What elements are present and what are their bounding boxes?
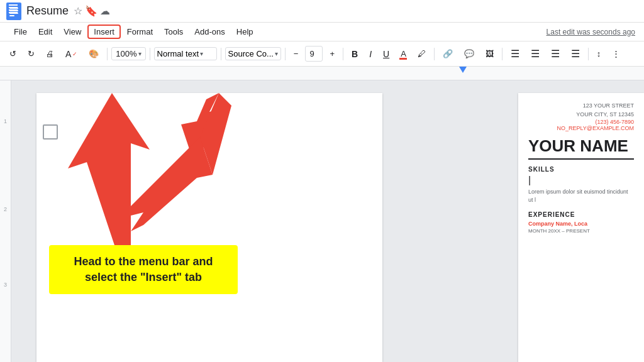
resume-skills-title: SKILLS (528, 166, 634, 173)
font-size-value[interactable]: 9 (305, 46, 323, 62)
print-button[interactable]: 🖨 (42, 46, 58, 62)
sep5 (343, 48, 343, 60)
resume-phone: (123) 456-7890 (528, 119, 634, 125)
resume-preview: 123 YOUR STREET YOUR CITY, ST 12345 (123… (518, 93, 644, 362)
link-button[interactable]: 🔗 (438, 46, 457, 62)
sep2 (150, 48, 150, 60)
svg-rect-4 (9, 15, 14, 16)
menu-format[interactable]: Format (122, 26, 158, 38)
font-size-increase-button[interactable]: + (325, 46, 339, 62)
sep8 (588, 48, 589, 60)
sep4 (285, 48, 286, 60)
resume-name: YOUR NAME (528, 136, 634, 156)
toolbar: ↺ ↻ 🖨 A✓ 🎨 100% ▾ Normal text ▾ Source C… (0, 41, 644, 67)
margin-icon (43, 124, 58, 140)
resume-experience-title: EXPERIENCE (528, 211, 634, 218)
menu-insert[interactable]: Insert (87, 25, 121, 39)
sep6 (434, 48, 435, 60)
highlight-button[interactable]: 🖊 (413, 46, 430, 62)
doc-icon (6, 3, 21, 20)
doc-area: Head to the menu bar and select the "Ins… (11, 80, 512, 362)
font-size-decrease-button[interactable]: − (289, 46, 303, 62)
resume-date-range: MONTH 20XX – PRESENT (528, 228, 634, 234)
page-num-3: 3 (4, 282, 7, 288)
font-color-button[interactable]: A (396, 46, 411, 62)
star-icon[interactable]: ☆ (74, 5, 82, 17)
zoom-chevron: ▾ (138, 50, 142, 57)
main-area: 1 2 3 (0, 80, 644, 362)
title-bar: Resume ☆ 🔖 ☁ (0, 0, 644, 23)
doc-page (36, 93, 382, 362)
comment-button[interactable]: 💬 (460, 46, 479, 62)
menu-help[interactable]: Help (231, 26, 258, 38)
undo-button[interactable]: ↺ (5, 46, 21, 62)
resume-address1: 123 YOUR STREET (528, 102, 634, 111)
menu-tools[interactable]: Tools (159, 26, 188, 38)
style-value: Normal text (157, 49, 199, 58)
menu-edit[interactable]: Edit (33, 26, 57, 38)
zoom-value: 100% (116, 49, 136, 58)
resume-company-name: Company Name, Loca (528, 221, 634, 227)
font-selector[interactable]: Source Co... ▾ (225, 47, 281, 60)
menu-file[interactable]: File (9, 26, 32, 38)
redo-button[interactable]: ↻ (23, 46, 39, 62)
paint-format-button[interactable]: 🎨 (84, 46, 103, 62)
resume-cursor: | (528, 175, 634, 185)
page-num-1: 1 (4, 118, 7, 124)
resume-skills-body: Lorem ipsum dolor sit euismod tincidunt … (528, 188, 634, 204)
zoom-selector[interactable]: 100% ▾ (111, 47, 145, 60)
image-button[interactable]: 🖼 (481, 46, 498, 62)
font-chevron: ▾ (275, 50, 278, 57)
bold-button[interactable]: B (347, 46, 362, 62)
menu-addons[interactable]: Add-ons (189, 26, 230, 38)
cloud-icon: ☁ (100, 5, 110, 17)
menu-view[interactable]: View (58, 26, 86, 38)
menu-bar: File Edit View Insert Format Tools Add-o… (0, 23, 644, 41)
ruler-marker (459, 67, 467, 73)
align-center-button[interactable]: ☰ (526, 45, 544, 63)
font-value: Source Co... (228, 49, 274, 58)
page-num-2: 2 (4, 206, 7, 212)
align-right-button[interactable]: ☰ (547, 45, 564, 63)
svg-rect-3 (9, 13, 18, 14)
style-chevron: ▾ (200, 50, 203, 57)
more-button[interactable]: ⋮ (608, 46, 625, 62)
align-justify-button[interactable]: ☰ (567, 45, 584, 63)
align-left-button[interactable]: ☰ (506, 45, 524, 63)
sep3 (221, 48, 221, 60)
ruler (0, 67, 644, 80)
resume-address2: YOUR CITY, ST 12345 (528, 111, 634, 119)
italic-button[interactable]: I (365, 46, 376, 62)
svg-rect-2 (9, 10, 18, 11)
resume-email: NO_REPLY@EXAMPLE.COM (528, 125, 634, 131)
line-spacing-button[interactable]: ↕ (592, 46, 606, 62)
spellcheck-button[interactable]: A✓ (61, 46, 82, 62)
svg-rect-1 (9, 8, 18, 9)
resume-divider (528, 158, 634, 160)
doc-title: Resume (26, 4, 69, 18)
last-edit-label: Last edit was seconds ago (547, 28, 635, 36)
underline-button[interactable]: U (379, 46, 394, 62)
sep1 (107, 48, 108, 60)
sep7 (502, 48, 502, 60)
share-icon[interactable]: 🔖 (85, 5, 97, 17)
left-sidebar: 1 2 3 (0, 80, 11, 362)
style-selector[interactable]: Normal text ▾ (154, 47, 217, 60)
